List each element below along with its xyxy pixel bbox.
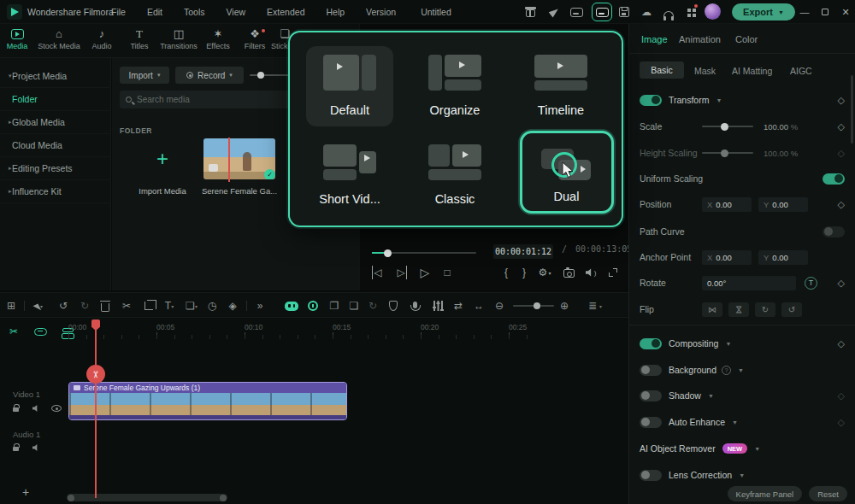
tab-titles[interactable]: T Titles	[119, 26, 160, 50]
import-dropdown-button[interactable]: Import▾	[120, 67, 169, 84]
playhead-line[interactable]	[95, 319, 97, 498]
settings-gear-icon[interactable]: ⚙▾	[538, 266, 551, 279]
zoom-in-icon[interactable]: ⊕	[557, 293, 571, 319]
minimize-button[interactable]: —	[795, 0, 814, 24]
subtab-aigc[interactable]: AIGC	[790, 66, 812, 76]
rotate-text-icon[interactable]: T	[805, 277, 817, 290]
mark-in-icon[interactable]: {	[499, 266, 513, 279]
uniform-scaling-toggle[interactable]	[823, 173, 845, 185]
layout-option-dual[interactable]: Dual	[520, 131, 614, 214]
zoom-slider[interactable]	[513, 305, 554, 307]
thumbnail-size-slider[interactable]	[250, 74, 289, 76]
anchor-x-field[interactable]: X0.00	[702, 250, 752, 265]
keyframe-diamond-icon[interactable]: ◇	[838, 121, 845, 132]
sidebar-item-cloud-media[interactable]: Cloud Media	[0, 134, 111, 157]
fullscreen-icon[interactable]	[606, 266, 620, 279]
ai-assistant-icon[interactable]	[285, 293, 298, 319]
detach-icon[interactable]: ✂	[6, 325, 21, 338]
range-link-icon[interactable]: ↔	[472, 293, 486, 319]
compositing-toggle[interactable]	[640, 338, 662, 349]
maximize-button[interactable]	[816, 0, 834, 24]
layout-preset-icon[interactable]	[568, 3, 585, 21]
rotate-cw-icon[interactable]: ↻	[755, 302, 775, 317]
subtab-mask[interactable]: Mask	[694, 66, 716, 76]
tab-effects[interactable]: ✶ Effects	[198, 26, 239, 50]
vertical-scrollbar[interactable]	[851, 75, 853, 144]
sidebar-item-global-media[interactable]: ▸ Global Media	[0, 111, 111, 134]
add-track-button[interactable]: +	[22, 485, 29, 499]
split-cursor-icon[interactable]: ✂	[86, 365, 105, 384]
background-toggle[interactable]	[640, 365, 662, 376]
record-dropdown-button[interactable]: Record▾	[175, 67, 244, 84]
support-icon[interactable]	[660, 3, 677, 21]
help-icon[interactable]: ?	[722, 366, 731, 375]
select-tool-icon[interactable]: ▾	[32, 293, 46, 319]
keyframe-diamond-icon[interactable]: ◇	[838, 199, 845, 210]
scale-slider[interactable]	[702, 126, 753, 127]
share-icon[interactable]	[545, 3, 563, 21]
import-preset-icon[interactable]: ❏	[347, 293, 361, 319]
export-preset-icon[interactable]: ❐	[327, 293, 341, 319]
stop-icon[interactable]: □	[440, 266, 454, 279]
lock-icon[interactable]	[9, 403, 21, 413]
menu-help[interactable]: Help	[326, 7, 345, 17]
voiceover-mic-icon[interactable]	[408, 293, 422, 319]
mark-out-icon[interactable]: }	[517, 266, 531, 279]
text-tool-icon[interactable]: T▾	[162, 293, 176, 319]
tab-image[interactable]: Image	[641, 34, 668, 44]
menu-file[interactable]: File	[111, 7, 126, 17]
rotate-field[interactable]: 0.00°	[702, 276, 796, 290]
sync-icon[interactable]: ↻	[366, 293, 380, 319]
media-thumbnail[interactable]: ✓	[203, 138, 275, 179]
mute-icon[interactable]	[30, 403, 42, 413]
play-icon[interactable]: ▷	[418, 266, 432, 279]
layout-grid-icon[interactable]: ⊞	[4, 293, 18, 319]
keyframe-icon[interactable]: ◈	[226, 293, 239, 319]
layout-button-icon[interactable]	[592, 3, 612, 21]
tab-audio[interactable]: ♪ Audio	[81, 26, 122, 50]
reset-button[interactable]: Reset	[809, 486, 847, 501]
transform-toggle[interactable]	[640, 95, 662, 106]
tab-color[interactable]: Color	[735, 34, 758, 44]
position-y-field[interactable]: Y0.00	[758, 197, 808, 212]
crop-icon[interactable]	[142, 293, 156, 319]
close-button[interactable]: ✕	[836, 0, 855, 24]
tab-animation[interactable]: Animation	[679, 34, 721, 44]
gift-icon[interactable]	[522, 3, 539, 21]
audio-mixer-icon[interactable]	[431, 293, 445, 319]
more-icon[interactable]: »	[253, 293, 267, 319]
sidebar-item-influence-kit[interactable]: ▸ Influence Kit	[0, 180, 111, 203]
sidebar-item-folder[interactable]: Folder	[0, 88, 111, 111]
subtab-basic[interactable]: Basic	[640, 62, 684, 79]
sidebar-item-editing-presets[interactable]: ▸ Editing Presets	[0, 157, 111, 180]
keyframe-diamond-icon[interactable]: ◇	[838, 338, 845, 349]
swap-icon[interactable]: ⇄	[451, 293, 465, 319]
save-icon[interactable]	[616, 3, 633, 21]
split-icon[interactable]: ✂	[120, 293, 133, 319]
anchor-y-field[interactable]: Y0.00	[758, 250, 808, 265]
snapshot-camera-icon[interactable]	[562, 266, 575, 279]
keyframe-panel-button[interactable]: Keyframe Panel	[728, 486, 803, 501]
playhead-handle[interactable]	[91, 319, 100, 331]
menu-edit[interactable]: Edit	[147, 7, 162, 17]
avatar[interactable]	[705, 3, 721, 20]
cloud-upload-icon[interactable]: ☁	[638, 3, 655, 21]
import-media-tile[interactable]: +	[128, 138, 197, 179]
flip-vertical-icon[interactable]: ⋈	[728, 302, 749, 317]
zoom-out-icon[interactable]: ⊖	[492, 293, 506, 319]
timeline-clip[interactable]: Serene Female Gazing Upwards (1)	[68, 382, 347, 420]
position-x-field[interactable]: X0.00	[702, 197, 752, 212]
rotate-ccw-icon[interactable]: ↺	[781, 302, 802, 317]
tab-transitions[interactable]: ◫ Transitions	[156, 26, 201, 50]
volume-icon[interactable]: )	[584, 266, 598, 279]
subtab-ai-matting[interactable]: AI Matting	[732, 66, 772, 76]
undo-icon[interactable]: ↺	[56, 293, 70, 319]
track-manager-icon[interactable]: ≣▾	[588, 293, 602, 319]
hide-icon[interactable]	[50, 403, 62, 413]
lock-icon[interactable]	[9, 442, 21, 453]
menu-tools[interactable]: Tools	[184, 7, 205, 17]
tab-media[interactable]: Media	[0, 26, 38, 50]
scrubber-knob[interactable]	[384, 249, 392, 257]
mask-icon[interactable]: ❏▾	[185, 293, 198, 319]
menu-view[interactable]: View	[227, 7, 246, 17]
